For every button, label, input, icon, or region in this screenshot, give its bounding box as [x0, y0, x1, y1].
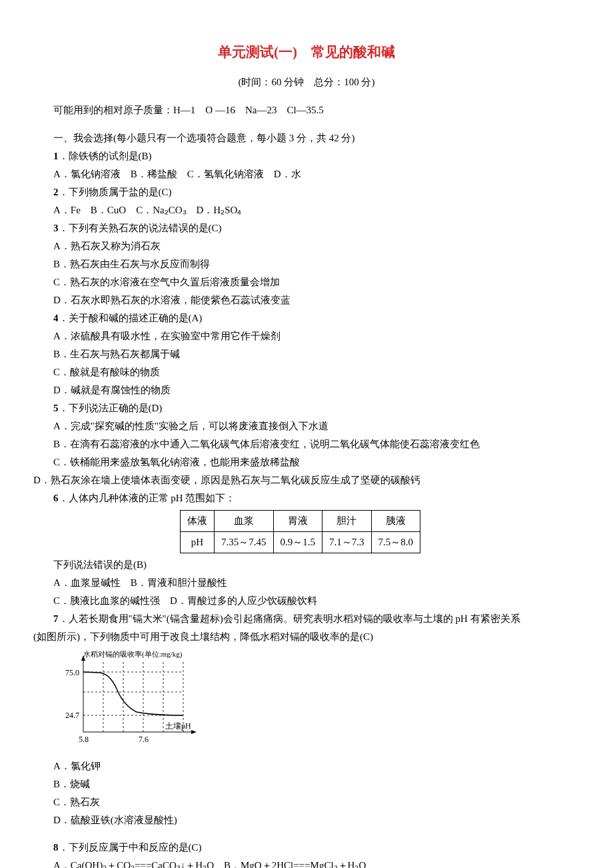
- td-bile: 7.1～7.3: [322, 531, 372, 553]
- q5-d: D．熟石灰涂在墙上使墙体表面变硬，原因是熟石灰与二氧化碳反应生成了坚硬的碳酸钙: [33, 471, 580, 489]
- q7-chart: 水稻对镉的吸收率(单位:mg/kg) 75.0 24.7 5.8 7.6 土壤p…: [53, 649, 580, 755]
- test-meta: (时间：60 分钟 总分：100 分): [33, 73, 580, 91]
- td-pancreatic: 7.5～8.0: [371, 531, 420, 553]
- q2-text: ．下列物质属于盐的是(C): [59, 187, 172, 197]
- q7-d: D．硫酸亚铁(水溶液显酸性): [33, 811, 580, 829]
- xtick-7-6: 7.6: [139, 735, 149, 744]
- q7-stem-line1: 7．人若长期食用"镉大米"(镉含量超标)会引起痛痛病。研究表明水稻对镉的吸收率与…: [33, 610, 580, 628]
- q1-stem: 1．除铁锈的试剂是(B): [33, 147, 580, 165]
- ytick-75: 75.0: [65, 668, 79, 677]
- q6-text: ．人体内几种体液的正常 pH 范围如下：: [59, 493, 236, 503]
- q4-a: A．浓硫酸具有吸水性，在实验室中常用它作干燥剂: [33, 327, 580, 345]
- q6-sub: 下列说法错误的是(B): [33, 556, 580, 574]
- q1-text: ．除铁锈的试剂是(B): [59, 151, 152, 161]
- q8-ab: A．Ca(OH)₂＋CO₂===CaCO₃↓＋H₂O B．MgO＋2HCl===…: [33, 857, 580, 868]
- q6-num: 6: [53, 493, 59, 503]
- page-title: 单元测试(一) 常见的酸和碱: [33, 40, 580, 65]
- atomic-mass-note: 可能用到的相对原子质量：H—1 O —16 Na—23 Cl—35.5: [33, 101, 580, 119]
- table-row: 体液 血浆 胃液 胆汁 胰液: [181, 510, 420, 531]
- td-plasma: 7.35～7.45: [215, 531, 274, 553]
- q5-num: 5: [53, 403, 59, 413]
- q8-text: ．下列反应属于中和反应的是(C): [59, 842, 202, 853]
- q3-text: ．下列有关熟石灰的说法错误的是(C): [59, 223, 222, 233]
- q7-text1: ．人若长期食用"镉大米"(镉含量超标)会引起痛痛病。研究表明水稻对镉的吸收率与土…: [59, 613, 520, 624]
- q4-d: D．碱就是有腐蚀性的物质: [33, 381, 580, 399]
- td-gastric: 0.9～1.5: [273, 531, 322, 553]
- th-pancreatic: 胰液: [371, 510, 420, 531]
- q3-b: B．熟石灰由生石灰与水反应而制得: [33, 255, 580, 273]
- q4-stem: 4．关于酸和碱的描述正确的是(A): [33, 309, 580, 327]
- q1-num: 1: [53, 151, 59, 161]
- q4-b: B．生石灰与熟石灰都属于碱: [33, 345, 580, 363]
- q7-a: A．氯化钾: [33, 757, 580, 775]
- q4-text: ．关于酸和碱的描述正确的是(A): [59, 313, 203, 323]
- q3-stem: 3．下列有关熟石灰的说法错误的是(C): [33, 219, 580, 237]
- q3-a: A．熟石灰又称为消石灰: [33, 237, 580, 255]
- th-bile: 胆汁: [322, 510, 372, 531]
- q1-options: A．氯化钠溶液 B．稀盐酸 C．氢氧化钠溶液 D．水: [33, 165, 580, 183]
- q8-stem: 8．下列反应属于中和反应的是(C): [33, 839, 580, 857]
- q2-num: 2: [53, 187, 59, 197]
- q8-num: 8: [53, 842, 59, 853]
- xtick-5-8: 5.8: [79, 735, 89, 744]
- chart-title: 水稻对镉的吸收率(单位:mg/kg): [83, 650, 183, 659]
- q7-c: C．熟石灰: [33, 793, 580, 811]
- q7-num: 7: [53, 613, 59, 624]
- q2-options: A．Fe B．CuO C．Na₂CO₃ D．H₂SO₄: [33, 201, 580, 219]
- ytick-24-7: 24.7: [65, 711, 79, 720]
- q7-b: B．烧碱: [33, 775, 580, 793]
- q6-ab: A．血浆显碱性 B．胃液和胆汁显酸性: [33, 574, 580, 592]
- q6-table: 体液 血浆 胃液 胆汁 胰液 pH 7.35～7.45 0.9～1.5 7.1～…: [180, 510, 420, 553]
- table-row: pH 7.35～7.45 0.9～1.5 7.1～7.3 7.5～8.0: [181, 531, 420, 553]
- q4-num: 4: [53, 313, 59, 323]
- q3-c: C．熟石灰的水溶液在空气中久置后溶液质量会增加: [33, 273, 580, 291]
- svg-marker-3: [191, 730, 197, 734]
- q4-c: C．酸就是有酸味的物质: [33, 363, 580, 381]
- q3-d: D．石灰水即熟石灰的水溶液，能使紫色石蕊试液变蓝: [33, 291, 580, 309]
- q6-cd: C．胰液比血浆的碱性强 D．胃酸过多的人应少饮碳酸饮料: [33, 592, 580, 610]
- q5-c: C．铁桶能用来盛放氢氧化钠溶液，也能用来盛放稀盐酸: [33, 453, 580, 471]
- th-fluid: 体液: [181, 510, 215, 531]
- q5-b: B．在滴有石蕊溶液的水中通入二氧化碳气体后溶液变红，说明二氧化碳气体能使石蕊溶液…: [33, 435, 580, 453]
- td-ph: pH: [181, 531, 215, 553]
- section-1-heading: 一、我会选择(每小题只有一个选项符合题意，每小题 3 分，共 42 分): [33, 129, 580, 147]
- q3-num: 3: [53, 223, 59, 233]
- q6-stem: 6．人体内几种体液的正常 pH 范围如下：: [33, 489, 580, 507]
- absorption-chart-icon: 水稻对镉的吸收率(单位:mg/kg) 75.0 24.7 5.8 7.6 土壤p…: [53, 649, 207, 749]
- xlabel: 土壤pH: [165, 721, 191, 731]
- q2-stem: 2．下列物质属于盐的是(C): [33, 183, 580, 201]
- q5-stem: 5．下列说法正确的是(D): [33, 399, 580, 417]
- q7-stem-line2: (如图所示)，下列物质中可用于改良土壤结构，降低水稻对镉的吸收率的是(C): [33, 628, 580, 646]
- th-gastric: 胃液: [273, 510, 322, 531]
- q5-text: ．下列说法正确的是(D): [59, 403, 163, 413]
- th-plasma: 血浆: [215, 510, 274, 531]
- q5-a: A．完成"探究碱的性质"实验之后，可以将废液直接倒入下水道: [33, 417, 580, 435]
